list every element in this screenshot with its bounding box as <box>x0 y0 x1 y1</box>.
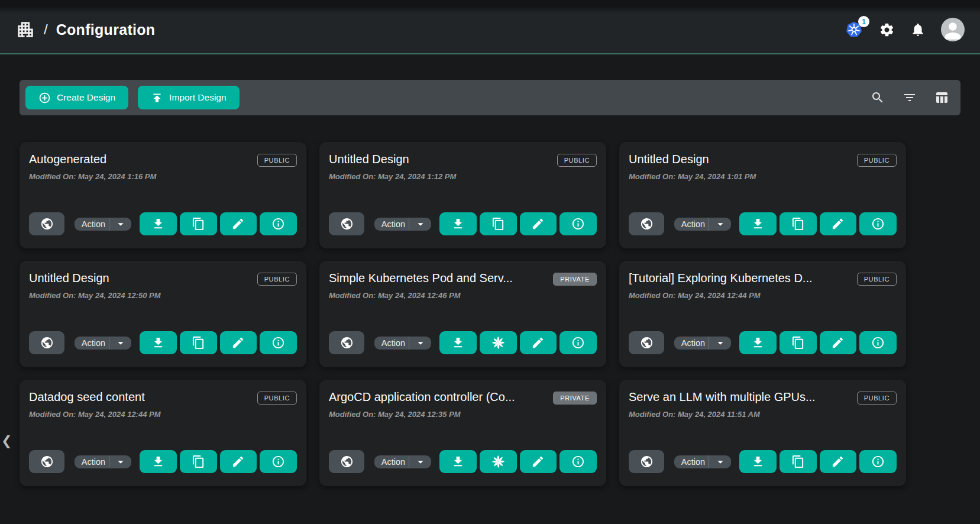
download-icon <box>751 455 765 468</box>
design-title: Untitled Design <box>329 153 409 166</box>
clone-button[interactable] <box>780 212 817 235</box>
chevron-down-icon <box>714 218 727 231</box>
clone-button[interactable] <box>780 331 817 354</box>
download-icon <box>151 217 165 231</box>
download-button[interactable] <box>140 212 177 235</box>
person-icon <box>941 18 965 41</box>
download-button[interactable] <box>439 331 477 354</box>
clone-button[interactable] <box>480 450 517 473</box>
action-dropdown-toggle[interactable] <box>709 218 731 231</box>
action-dropdown-toggle[interactable] <box>109 455 131 468</box>
globe-icon <box>340 217 354 231</box>
notifications-button[interactable] <box>910 22 926 37</box>
info-button[interactable] <box>859 212 897 235</box>
edit-button[interactable] <box>820 331 857 354</box>
edit-button[interactable] <box>820 212 857 235</box>
edit-button[interactable] <box>520 331 557 354</box>
action-button[interactable]: Action <box>374 337 409 350</box>
visibility-toggle-button[interactable] <box>329 212 364 235</box>
clone-button[interactable] <box>180 450 217 473</box>
info-button[interactable] <box>260 212 297 235</box>
visibility-toggle-button[interactable] <box>629 331 664 354</box>
visibility-toggle-button[interactable] <box>629 212 664 235</box>
pencil-icon <box>231 336 245 350</box>
card-header: Untitled Design PUBLIC <box>329 153 597 167</box>
info-icon <box>871 455 885 468</box>
visibility-toggle-button[interactable] <box>329 331 364 354</box>
clone-button[interactable] <box>780 450 817 473</box>
action-dropdown-toggle[interactable] <box>409 218 431 231</box>
info-button[interactable] <box>559 212 597 235</box>
action-button[interactable]: Action <box>75 455 109 468</box>
download-button[interactable] <box>439 212 477 235</box>
kubernetes-context-button[interactable]: 1 <box>845 20 863 39</box>
action-dropdown-toggle[interactable] <box>709 455 731 468</box>
card-action-row: Action <box>29 212 297 235</box>
visibility-toggle-button[interactable] <box>329 450 364 473</box>
edit-button[interactable] <box>220 212 257 235</box>
user-avatar[interactable] <box>941 18 965 41</box>
visibility-toggle-button[interactable] <box>29 450 64 473</box>
download-button[interactable] <box>739 212 777 235</box>
download-button[interactable] <box>439 450 477 473</box>
visibility-toggle-button[interactable] <box>29 212 64 235</box>
edit-button[interactable] <box>220 331 257 354</box>
action-button[interactable]: Action <box>674 218 709 231</box>
download-button[interactable] <box>140 450 177 473</box>
page-title: Configuration <box>56 21 156 38</box>
breadcrumb-separator: / <box>44 21 48 38</box>
visibility-badge: PUBLIC <box>257 392 297 405</box>
edit-button[interactable] <box>520 212 557 235</box>
info-button[interactable] <box>559 450 597 473</box>
action-button[interactable]: Action <box>75 218 109 231</box>
card-action-row: Action <box>629 212 897 235</box>
create-design-button[interactable]: Create Design <box>25 86 128 109</box>
action-dropdown-toggle[interactable] <box>409 455 431 468</box>
info-button[interactable] <box>859 331 897 354</box>
drawer-collapse-handle[interactable]: ❮ <box>1 434 12 449</box>
action-dropdown-toggle[interactable] <box>109 218 131 231</box>
action-dropdown-toggle[interactable] <box>409 337 431 350</box>
clone-button[interactable] <box>180 331 217 354</box>
bell-icon <box>910 22 926 37</box>
action-dropdown-toggle[interactable] <box>109 337 131 350</box>
add-circle-icon <box>38 92 51 104</box>
edit-button[interactable] <box>220 450 257 473</box>
download-icon <box>751 336 765 350</box>
action-button[interactable]: Action <box>674 337 709 350</box>
visibility-toggle-button[interactable] <box>29 331 64 354</box>
chevron-down-icon <box>114 455 127 468</box>
design-card: [Tutorial] Exploring Kubernetes D... PUB… <box>619 261 906 367</box>
settings-button[interactable] <box>879 22 895 38</box>
action-button[interactable]: Action <box>674 455 709 468</box>
action-button[interactable]: Action <box>374 218 409 231</box>
filter-icon[interactable] <box>903 90 917 105</box>
info-button[interactable] <box>260 331 297 354</box>
visibility-badge: PUBLIC <box>557 154 597 167</box>
visibility-badge: PUBLIC <box>257 273 297 286</box>
search-icon[interactable] <box>871 90 885 105</box>
table-view-icon[interactable] <box>934 90 949 105</box>
download-button[interactable] <box>739 450 777 473</box>
info-icon <box>271 217 285 231</box>
card-action-row: Action <box>29 331 297 354</box>
edit-button[interactable] <box>520 450 557 473</box>
visibility-toggle-button[interactable] <box>629 450 664 473</box>
create-design-label: Create Design <box>57 92 115 103</box>
designs-toolbar: Create Design Import Design <box>20 80 960 115</box>
import-design-button[interactable]: Import Design <box>138 86 239 109</box>
download-icon <box>451 217 465 231</box>
app-header: / Configuration <box>0 0 980 54</box>
download-button[interactable] <box>739 331 777 354</box>
clone-button[interactable] <box>480 331 517 354</box>
info-button[interactable] <box>260 450 297 473</box>
action-button[interactable]: Action <box>75 337 109 350</box>
info-button[interactable] <box>859 450 897 473</box>
info-button[interactable] <box>559 331 597 354</box>
download-button[interactable] <box>140 331 177 354</box>
edit-button[interactable] <box>820 450 857 473</box>
action-button[interactable]: Action <box>374 455 409 468</box>
clone-button[interactable] <box>480 212 517 235</box>
action-dropdown-toggle[interactable] <box>709 337 731 350</box>
clone-button[interactable] <box>180 212 217 235</box>
